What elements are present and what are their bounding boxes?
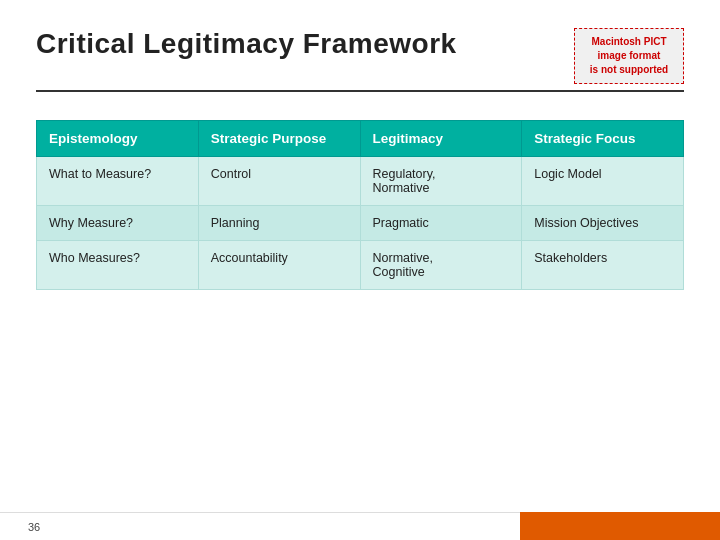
table-row: Why Measure?PlanningPragmaticMission Obj… xyxy=(37,206,684,241)
table-header-row: Epistemology Strategic Purpose Legitimac… xyxy=(37,121,684,157)
col-header-strategic-focus: Strategic Focus xyxy=(522,121,684,157)
page-number: 36 xyxy=(20,521,40,533)
table-cell: What to Measure? xyxy=(37,157,199,206)
table-cell: Regulatory, Normative xyxy=(360,157,522,206)
col-header-legitimacy: Legitimacy xyxy=(360,121,522,157)
table-row: Who Measures?AccountabilityNormative, Co… xyxy=(37,241,684,290)
table-cell: Logic Model xyxy=(522,157,684,206)
slide: Critical Legitimacy Framework Macintosh … xyxy=(0,0,720,540)
table-cell: Control xyxy=(198,157,360,206)
slide-title: Critical Legitimacy Framework xyxy=(36,28,457,60)
table-row: What to Measure?ControlRegulatory, Norma… xyxy=(37,157,684,206)
title-divider xyxy=(36,90,684,92)
table-cell: Pragmatic xyxy=(360,206,522,241)
table-cell: Normative, Cognitive xyxy=(360,241,522,290)
framework-table: Epistemology Strategic Purpose Legitimac… xyxy=(36,120,684,290)
col-header-strategic-purpose: Strategic Purpose xyxy=(198,121,360,157)
table-cell: Who Measures? xyxy=(37,241,199,290)
table-cell: Accountability xyxy=(198,241,360,290)
col-header-epistemology: Epistemology xyxy=(37,121,199,157)
table-cell: Mission Objectives xyxy=(522,206,684,241)
title-area: Critical Legitimacy Framework Macintosh … xyxy=(36,28,684,84)
table-cell: Planning xyxy=(198,206,360,241)
table-cell: Why Measure? xyxy=(37,206,199,241)
footer-left: 36 xyxy=(0,512,60,540)
footer-bar-white xyxy=(60,512,520,540)
footer-bar-orange xyxy=(520,512,720,540)
table-cell: Stakeholders xyxy=(522,241,684,290)
image-placeholder: Macintosh PICTimage formatis not support… xyxy=(574,28,684,84)
footer: 36 xyxy=(0,512,720,540)
